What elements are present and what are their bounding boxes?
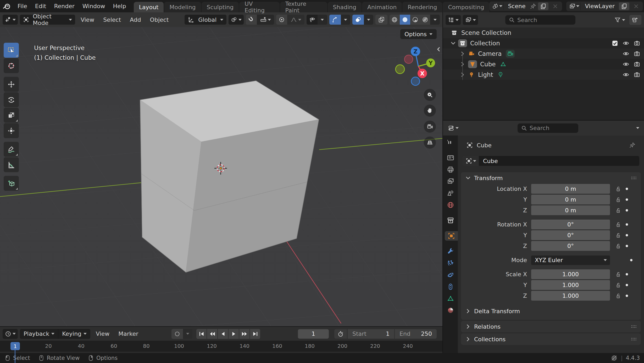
tab-modifiers[interactable] bbox=[445, 247, 456, 256]
animate-dot[interactable] bbox=[626, 245, 628, 247]
timeline-view-menu[interactable]: View bbox=[92, 331, 113, 337]
hide-viewport-icon[interactable] bbox=[623, 40, 629, 47]
timeline-ruler[interactable]: 1 20 40 60 80 100 120 140 160 180 200 22… bbox=[0, 341, 442, 352]
animate-dot[interactable] bbox=[626, 209, 628, 212]
object-id-browse-button[interactable] bbox=[463, 156, 479, 166]
panel-grip-icon[interactable] bbox=[630, 175, 637, 181]
properties-search[interactable] bbox=[518, 123, 578, 133]
properties-options-button[interactable] bbox=[634, 123, 641, 133]
tab-animation[interactable]: Animation bbox=[362, 2, 402, 12]
hide-viewport-icon[interactable] bbox=[623, 50, 629, 57]
viewlayer-name[interactable]: ViewLayer bbox=[582, 3, 617, 9]
shading-rendered-button[interactable] bbox=[420, 15, 430, 25]
sidebar-collapse-icon[interactable] bbox=[435, 46, 442, 53]
play-reverse-button[interactable] bbox=[218, 329, 228, 339]
playhead[interactable]: 1 bbox=[10, 342, 20, 350]
lock-icon[interactable] bbox=[615, 243, 621, 250]
lock-icon[interactable] bbox=[615, 207, 621, 214]
scene-name[interactable]: Scene bbox=[505, 3, 528, 9]
menu-window[interactable]: Window bbox=[79, 3, 109, 9]
viewlayer-browse-button[interactable] bbox=[568, 2, 581, 10]
toggle-ortho-button[interactable] bbox=[424, 137, 436, 149]
tab-sculpting[interactable]: Sculpting bbox=[202, 2, 239, 12]
viewport-3d[interactable]: Z Y X User Perspective (1) Collection | … bbox=[0, 27, 442, 326]
delete-viewlayer-button[interactable] bbox=[631, 2, 641, 10]
tab-tool[interactable] bbox=[445, 138, 456, 147]
outliner-row-cube[interactable]: Cube bbox=[443, 59, 644, 69]
expand-icon[interactable] bbox=[465, 323, 471, 330]
camera-view-button[interactable] bbox=[424, 121, 436, 133]
jump-to-start-button[interactable] bbox=[196, 329, 207, 339]
editor-type-button[interactable] bbox=[3, 15, 18, 25]
tab-object[interactable] bbox=[445, 231, 458, 241]
snap-toggle[interactable] bbox=[246, 15, 257, 25]
animate-dot[interactable] bbox=[626, 273, 628, 275]
scale-z-field[interactable]: 1.000 bbox=[531, 291, 610, 301]
new-scene-button[interactable] bbox=[538, 2, 548, 10]
lock-icon[interactable] bbox=[615, 232, 621, 239]
prev-keyframe-button[interactable] bbox=[207, 329, 217, 339]
disable-render-icon[interactable] bbox=[634, 50, 640, 57]
rotation-z-field[interactable]: 0° bbox=[531, 241, 610, 251]
hide-viewport-icon[interactable] bbox=[623, 71, 629, 78]
frame-start-field[interactable]: Start1 bbox=[348, 329, 394, 339]
lock-icon[interactable] bbox=[615, 186, 621, 192]
options-dropdown[interactable]: Options bbox=[400, 29, 437, 39]
tab-material[interactable] bbox=[445, 306, 456, 315]
rotation-mode-dropdown[interactable]: XYZ Euler bbox=[531, 255, 610, 265]
new-collection-button[interactable] bbox=[629, 15, 641, 25]
blender-logo-icon[interactable] bbox=[0, 2, 14, 11]
tab-particles[interactable] bbox=[445, 258, 456, 268]
tab-collection[interactable] bbox=[445, 216, 456, 225]
outliner-row-light[interactable]: Light bbox=[443, 69, 644, 80]
play-button[interactable] bbox=[229, 329, 239, 339]
tool-move[interactable] bbox=[4, 77, 19, 92]
tab-layout[interactable]: Layout bbox=[134, 2, 164, 12]
outliner-search-input[interactable] bbox=[517, 17, 557, 23]
tool-annotate[interactable] bbox=[4, 142, 19, 157]
tool-select-box[interactable] bbox=[4, 43, 19, 58]
autokey-dropdown[interactable] bbox=[183, 329, 192, 339]
use-preview-range-button[interactable] bbox=[334, 329, 347, 339]
lock-icon[interactable] bbox=[615, 292, 621, 299]
tab-rendering[interactable]: Rendering bbox=[402, 2, 442, 12]
animate-dot[interactable] bbox=[626, 223, 628, 226]
outliner-search[interactable] bbox=[505, 15, 575, 25]
object-types-dropdown[interactable] bbox=[318, 15, 327, 25]
outliner-filter-button[interactable] bbox=[612, 15, 627, 25]
expand-collection-icon[interactable] bbox=[450, 40, 457, 47]
menu-view[interactable]: View bbox=[77, 17, 98, 23]
show-overlays-toggle[interactable] bbox=[352, 15, 364, 25]
toggle-xray-button[interactable] bbox=[375, 15, 387, 25]
menu-select[interactable]: Select bbox=[100, 17, 124, 23]
panel-grip-icon[interactable] bbox=[630, 323, 637, 330]
tab-constraints[interactable] bbox=[445, 282, 456, 291]
new-viewlayer-button[interactable] bbox=[619, 2, 629, 10]
collections-panel-header[interactable]: Collections bbox=[461, 333, 641, 345]
tab-output[interactable] bbox=[445, 165, 456, 174]
tool-measure[interactable] bbox=[4, 157, 19, 172]
menu-file[interactable]: File bbox=[14, 3, 31, 9]
outliner-label[interactable]: Light bbox=[478, 71, 493, 78]
pan-button[interactable] bbox=[424, 105, 436, 117]
shading-dropdown[interactable] bbox=[430, 15, 440, 25]
show-object-types-toggle[interactable] bbox=[307, 15, 318, 25]
expand-icon[interactable] bbox=[465, 336, 471, 343]
location-y-field[interactable]: 0 m bbox=[531, 195, 610, 204]
show-gizmo-toggle[interactable] bbox=[329, 15, 341, 25]
animate-dot[interactable] bbox=[630, 259, 632, 261]
tab-uv-editing[interactable]: UV Editing bbox=[239, 2, 279, 12]
proportional-editing-toggle[interactable] bbox=[276, 15, 287, 25]
shading-wireframe-button[interactable] bbox=[390, 15, 399, 25]
breadcrumb-object-name[interactable]: Cube bbox=[477, 142, 492, 149]
zoom-button[interactable] bbox=[424, 89, 436, 101]
menu-object[interactable]: Object bbox=[147, 17, 172, 23]
animate-dot[interactable] bbox=[626, 234, 628, 236]
properties-editor-type-button[interactable] bbox=[446, 123, 461, 133]
tab-world[interactable] bbox=[445, 200, 456, 210]
rotation-x-field[interactable]: 0° bbox=[531, 220, 610, 229]
overlays-dropdown[interactable] bbox=[364, 15, 374, 25]
tab-scene[interactable] bbox=[445, 188, 456, 198]
outliner-label[interactable]: Scene Collection bbox=[461, 29, 511, 36]
auto-keying-toggle[interactable] bbox=[171, 329, 183, 339]
